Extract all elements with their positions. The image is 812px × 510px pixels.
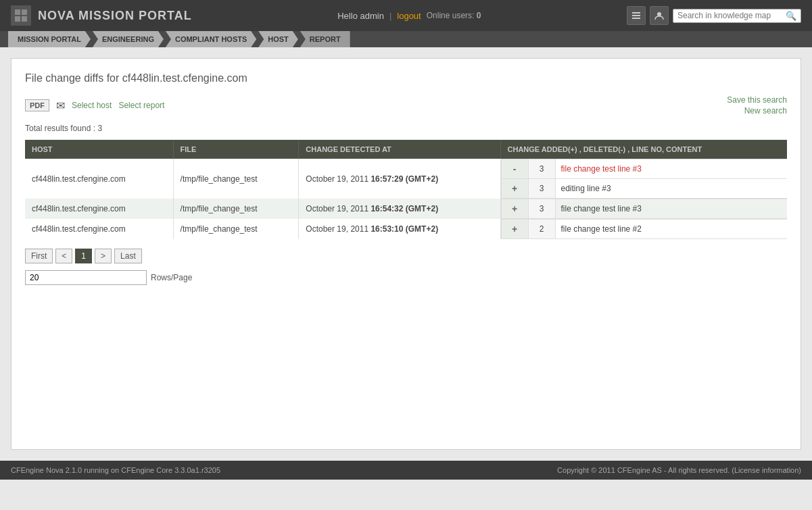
search-input[interactable] (677, 11, 786, 20)
total-results: Total results found : 3 (25, 124, 787, 133)
svg-rect-0 (15, 9, 20, 15)
nav-item-report[interactable]: REPORT (300, 31, 350, 47)
nav-item-mission-portal[interactable]: MISSION PORTAL (8, 31, 91, 47)
user-icon-button[interactable] (650, 6, 669, 25)
pdf-button[interactable]: PDF (25, 99, 49, 111)
change-sign-cell: + (501, 179, 528, 199)
col-change-detected-at: CHANGE DETECTED AT (299, 140, 500, 159)
cell-host: cf448lin.test.cfengine.com (25, 219, 173, 239)
svg-rect-1 (22, 9, 27, 15)
col-file: FILE (173, 140, 299, 159)
license-link[interactable]: License information (734, 466, 798, 474)
new-search-link[interactable]: New search (744, 106, 787, 116)
cell-host: cf448lin.test.cfengine.com (25, 159, 173, 199)
current-page-button[interactable]: 1 (75, 249, 92, 263)
next-page-button[interactable]: > (95, 249, 112, 263)
col-host: HOST (25, 140, 173, 159)
change-sign-cell: + (501, 199, 528, 219)
svg-point-7 (657, 12, 661, 16)
save-search-link[interactable]: Save this search (727, 95, 787, 105)
copyright-area: Copyright © 2011 CFEngine AS - All right… (557, 466, 801, 474)
table-body: cf448lin.test.cfengine.com/tmp/file_chan… (25, 159, 787, 239)
table-row: cf448lin.test.cfengine.com/tmp/file_chan… (25, 219, 787, 239)
table-header: HOST FILE CHANGE DETECTED AT CHANGE ADDE… (25, 140, 787, 159)
user-area: Hello admin | logout Online users: 0 (337, 11, 481, 21)
svg-rect-2 (15, 16, 20, 22)
cell-change-info: +2file change test line #2 (500, 219, 787, 239)
toolbar-left: PDF ✉ Select host Select report (25, 99, 164, 112)
nav-bar: MISSION PORTAL ENGINEERING COMPLIANT HOS… (0, 31, 812, 47)
cell-change-detected-at: October 19, 2011 16:53:10 (GMT+2) (299, 219, 500, 239)
online-users-count: 0 (477, 11, 481, 20)
svg-rect-5 (632, 15, 640, 16)
cell-change-detected-at: October 19, 2011 16:54:32 (GMT+2) (299, 199, 500, 219)
change-content-cell: file change test line #2 (555, 220, 787, 239)
change-sign-cell: + (501, 220, 528, 239)
svg-rect-3 (22, 16, 27, 22)
online-users-label: Online users: 0 (427, 11, 481, 20)
knowledge-map-search-box[interactable]: 🔍 (673, 9, 801, 23)
svg-rect-4 (632, 12, 640, 14)
cell-change-detected-at: October 19, 2011 16:57:29 (GMT+2) (299, 159, 500, 199)
change-num-cell: 2 (528, 220, 555, 239)
results-table: HOST FILE CHANGE DETECTED AT CHANGE ADDE… (25, 140, 787, 239)
app-logo-icon (11, 5, 31, 26)
nav-item-host[interactable]: HOST (258, 31, 298, 47)
first-page-button[interactable]: First (25, 249, 53, 263)
rows-per-page-label: Rows/Page (151, 273, 192, 282)
change-sign-cell: - (501, 159, 528, 179)
logo-area: NOVA MISSION PORTAL (11, 5, 192, 26)
toolbar-right: Save this search New search (727, 95, 787, 116)
search-button[interactable]: 🔍 (786, 11, 796, 21)
email-icon[interactable]: ✉ (56, 99, 65, 112)
header: NOVA MISSION PORTAL Hello admin | logout… (0, 0, 812, 31)
table-row: cf448lin.test.cfengine.com/tmp/file_chan… (25, 159, 787, 199)
toolbar: PDF ✉ Select host Select report Save thi… (25, 95, 787, 116)
prev-page-button[interactable]: < (55, 249, 72, 263)
cell-host: cf448lin.test.cfengine.com (25, 199, 173, 219)
footer: CFEngine Nova 2.1.0 running on CFEngine … (0, 461, 812, 480)
copyright-text: Copyright © 2011 CFEngine AS - All right… (557, 466, 730, 474)
cell-change-info: +3file change test line #3 (500, 199, 787, 219)
change-num-cell: 3 (528, 179, 555, 199)
last-page-button[interactable]: Last (114, 249, 142, 263)
change-num-cell: 3 (528, 199, 555, 219)
col-change-info: CHANGE ADDED(+) , DELETED(-) , LINE NO, … (500, 140, 787, 159)
rows-per-page-input[interactable] (25, 270, 147, 285)
pagination: First < 1 > Last (25, 249, 787, 263)
nav-item-compliant-hosts[interactable]: COMPLIANT HOSTS (166, 31, 256, 47)
main-content: File change diffs for cf448lin.test.cfen… (11, 58, 801, 450)
separator: | (389, 11, 391, 21)
select-host-link[interactable]: Select host (72, 101, 112, 110)
app-title: NOVA MISSION PORTAL (38, 9, 192, 23)
search-area: 🔍 (627, 6, 801, 25)
tools-icon-button[interactable] (627, 6, 646, 25)
table-header-row: HOST FILE CHANGE DETECTED AT CHANGE ADDE… (25, 140, 787, 159)
logout-link[interactable]: logout (397, 11, 421, 21)
table-row: cf448lin.test.cfengine.com/tmp/file_chan… (25, 199, 787, 219)
greeting-text: Hello admin (337, 11, 384, 21)
cell-change-info: -3file change test line #3+3editing line… (500, 159, 787, 199)
rows-per-page: Rows/Page (25, 270, 787, 285)
change-content-cell: file change test line #3 (555, 159, 787, 179)
change-content-cell: file change test line #3 (555, 199, 787, 219)
select-report-link[interactable]: Select report (118, 101, 164, 110)
change-content-cell: editing line #3 (555, 179, 787, 199)
page-title: File change diffs for cf448lin.test.cfen… (25, 72, 787, 84)
version-text: CFEngine Nova 2.1.0 running on CFEngine … (11, 466, 220, 474)
change-num-cell: 3 (528, 159, 555, 179)
cell-file: /tmp/file_change_test (173, 219, 299, 239)
cell-file: /tmp/file_change_test (173, 159, 299, 199)
cell-file: /tmp/file_change_test (173, 199, 299, 219)
nav-item-engineering[interactable]: ENGINEERING (93, 31, 164, 47)
svg-rect-6 (632, 18, 640, 19)
